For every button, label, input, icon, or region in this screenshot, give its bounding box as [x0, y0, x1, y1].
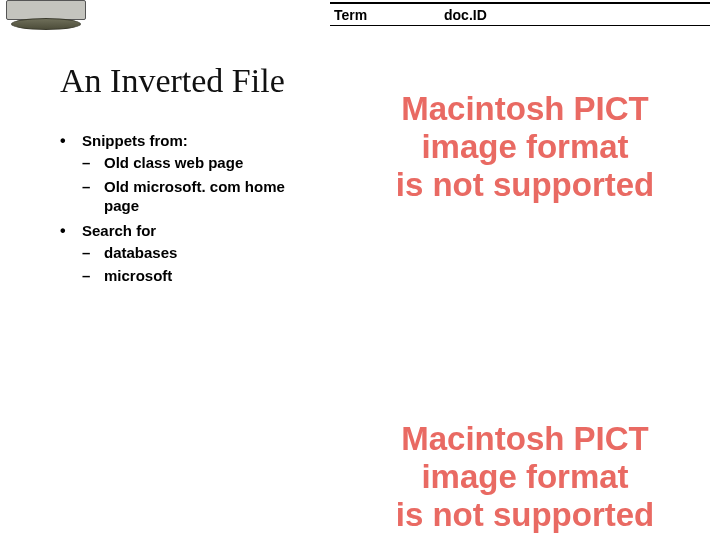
disk-icon: [6, 0, 86, 30]
disk-label-graphic: [6, 0, 86, 20]
pict-error-line: is not supported: [330, 496, 720, 534]
sub-bullet-old-microsoft: Old microsoft. com home page: [82, 177, 310, 216]
sub-bullet-old-class: Old class web page: [82, 153, 310, 173]
sub-bullet-microsoft: microsoft: [82, 266, 310, 286]
bullet-list: Snippets from: Old class web page Old mi…: [60, 132, 310, 292]
bullet-label: Search for: [82, 222, 156, 239]
bullet-search-for: Search for databases microsoft: [60, 222, 310, 286]
pict-error-message-1: Macintosh PICT image format is not suppo…: [330, 90, 720, 204]
pict-error-message-2: Macintosh PICT image format is not suppo…: [330, 420, 720, 534]
disk-platter-graphic: [11, 18, 81, 30]
bullet-label: Snippets from:: [82, 132, 188, 149]
pict-error-line: Macintosh PICT: [330, 90, 720, 128]
top-bar: Term doc.ID: [0, 0, 720, 36]
pict-error-line: image format: [330, 128, 720, 166]
sub-bullet-databases: databases: [82, 243, 310, 263]
table-header-row: Term doc.ID: [330, 2, 710, 26]
pict-error-line: image format: [330, 458, 720, 496]
column-header-docid: doc.ID: [440, 7, 487, 23]
pict-error-line: Macintosh PICT: [330, 420, 720, 458]
slide-title: An Inverted File: [60, 62, 285, 100]
pict-error-line: is not supported: [330, 166, 720, 204]
bullet-snippets-from: Snippets from: Old class web page Old mi…: [60, 132, 310, 216]
column-header-term: Term: [330, 7, 440, 23]
